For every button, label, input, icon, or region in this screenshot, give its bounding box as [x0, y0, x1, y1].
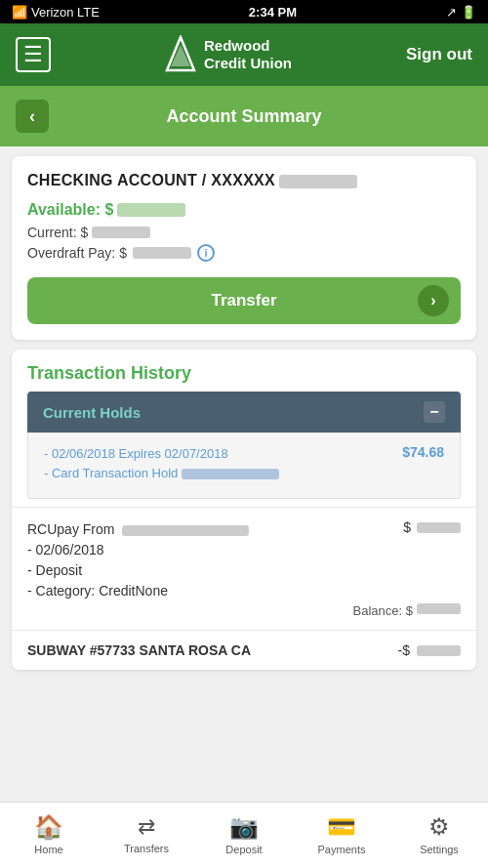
- nav-item-home[interactable]: 🏠 Home: [10, 813, 88, 855]
- settings-label: Settings: [420, 844, 459, 855]
- txn-merchant-redacted: [122, 525, 249, 536]
- home-label: Home: [34, 844, 62, 855]
- menu-button[interactable]: ☰: [16, 37, 51, 72]
- transfers-label: Transfers: [124, 843, 169, 854]
- home-icon: 🏠: [34, 813, 63, 841]
- available-balance-row: Available: $: [27, 201, 461, 219]
- bottom-navigation: 🏠 Home ⇄ Transfers 📷 Deposit 💳 Payments …: [0, 802, 488, 868]
- transaction-history-title: Transaction History: [12, 350, 476, 392]
- holds-desc: - Card Transaction Hold: [44, 464, 279, 483]
- info-icon[interactable]: i: [197, 244, 215, 262]
- txn-row-top: RCUpay From - 02/06/2018 - Deposit - Cat…: [27, 519, 461, 601]
- logo-icon: [165, 35, 196, 74]
- current-amount-redacted: [92, 227, 150, 238]
- holds-date: - 02/06/2018 Expires 02/07/2018: [44, 444, 279, 464]
- txn-amount: $: [403, 519, 461, 535]
- partial-txn-desc: SUBWAY #57733 SANTA ROSA CA: [27, 642, 251, 658]
- clock: 2:34 PM: [249, 5, 297, 20]
- deposit-icon: 📷: [229, 813, 259, 841]
- txn-balance: Balance: $: [27, 603, 461, 618]
- nav-item-transfers[interactable]: ⇄ Transfers: [107, 814, 185, 854]
- current-balance-row: Current: $: [27, 225, 461, 240]
- transaction-history-section: Transaction History Current Holds − - 02…: [12, 350, 476, 670]
- account-card: CHECKING ACCOUNT / XXXXXX Available: $ C…: [12, 156, 476, 340]
- nav-item-settings[interactable]: ⚙ Settings: [400, 813, 478, 855]
- location-icon: ↗: [446, 5, 457, 20]
- current-holds-header: Current Holds −: [27, 392, 461, 433]
- settings-icon: ⚙: [428, 813, 450, 841]
- carrier-label: Verizon LTE: [31, 5, 100, 20]
- signout-button[interactable]: Sign out: [406, 45, 472, 64]
- overdraft-amount-redacted: [133, 247, 191, 259]
- signal-icon: 📶: [12, 5, 27, 20]
- battery-icon: 🔋: [461, 5, 476, 20]
- back-button[interactable]: ‹: [16, 100, 49, 133]
- txn-description: RCUpay From - 02/06/2018 - Deposit - Cat…: [27, 519, 249, 601]
- holds-row: - 02/06/2018 Expires 02/07/2018 - Card T…: [44, 444, 444, 482]
- txn-balance-redacted: [417, 603, 461, 614]
- brand-logo: Redwood Credit Union: [165, 35, 292, 74]
- holds-merchant-redacted: [182, 469, 279, 479]
- holds-content: - 02/06/2018 Expires 02/07/2018 - Card T…: [27, 433, 461, 499]
- transaction-row: RCUpay From - 02/06/2018 - Deposit - Cat…: [12, 507, 476, 630]
- brand-name-text: Redwood Credit Union: [204, 37, 292, 72]
- hamburger-icon: ☰: [23, 42, 43, 67]
- main-content: CHECKING ACCOUNT / XXXXXX Available: $ C…: [0, 146, 488, 802]
- current-holds-title: Current Holds: [43, 404, 141, 421]
- holds-collapse-button[interactable]: −: [424, 401, 445, 423]
- payments-icon: 💳: [327, 813, 356, 841]
- txn-amount-redacted: [417, 522, 461, 533]
- transfer-label: Transfer: [211, 291, 276, 310]
- partial-transaction-row: SUBWAY #57733 SANTA ROSA CA -$: [12, 630, 476, 670]
- account-summary-bar: ‹ Account Summary: [0, 86, 488, 146]
- holds-details: - 02/06/2018 Expires 02/07/2018 - Card T…: [44, 444, 279, 482]
- transfer-arrow-icon: ›: [418, 285, 449, 316]
- partial-txn-amount: -$: [398, 642, 461, 658]
- app-header: ☰ Redwood Credit Union Sign out: [0, 23, 488, 86]
- deposit-label: Deposit: [225, 844, 262, 855]
- transfer-button[interactable]: Transfer ›: [27, 277, 461, 324]
- payments-label: Payments: [318, 844, 366, 855]
- account-number-redacted: [279, 175, 357, 188]
- nav-item-deposit[interactable]: 📷 Deposit: [205, 813, 283, 855]
- back-icon: ‹: [29, 106, 35, 127]
- overdraft-row: Overdraft Pay: $ i: [27, 244, 461, 262]
- brand-name: Redwood Credit Union: [204, 37, 292, 72]
- holds-amount: $74.68: [402, 444, 444, 460]
- available-amount-redacted: [117, 203, 185, 217]
- account-name: CHECKING ACCOUNT / XXXXXX: [27, 172, 461, 189]
- carrier-info: 📶 Verizon LTE: [12, 5, 100, 20]
- transfers-icon: ⇄: [138, 814, 155, 840]
- nav-item-payments[interactable]: 💳 Payments: [303, 813, 381, 855]
- partial-amount-redacted: [417, 645, 461, 656]
- status-icons: ↗ 🔋: [446, 5, 476, 20]
- page-title: Account Summary: [61, 106, 427, 127]
- status-bar: 📶 Verizon LTE 2:34 PM ↗ 🔋: [0, 0, 488, 23]
